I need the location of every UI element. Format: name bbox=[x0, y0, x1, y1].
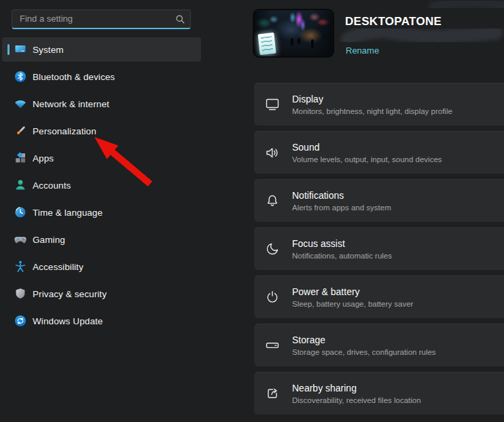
time-language-icon bbox=[14, 206, 27, 219]
sidebar-item-label: Gaming bbox=[33, 235, 65, 245]
rename-link[interactable]: Rename bbox=[346, 45, 379, 56]
sidebar-item-windows-update[interactable]: Windows Update bbox=[2, 309, 201, 333]
card-nearby-sharing[interactable]: Nearby sharing Discoverability, received… bbox=[254, 372, 504, 415]
apps-icon bbox=[14, 151, 27, 165]
card-focus-assist[interactable]: Focus assist Notifications, automatic ru… bbox=[254, 227, 504, 270]
focus-assist-icon bbox=[264, 241, 281, 257]
card-notifications[interactable]: Notifications Alerts from apps and syste… bbox=[254, 179, 504, 222]
sound-icon bbox=[264, 145, 281, 161]
privacy-security-icon bbox=[14, 287, 27, 301]
accessibility-icon bbox=[14, 260, 27, 273]
card-display[interactable]: Display Monitors, brightness, night ligh… bbox=[254, 83, 504, 126]
nearby-sharing-icon bbox=[264, 385, 281, 402]
card-title: Nearby sharing bbox=[292, 383, 421, 394]
sidebar-item-label: Network & internet bbox=[33, 99, 109, 109]
sidebar-item-label: Accounts bbox=[33, 180, 71, 191]
pedestrian-silhouette bbox=[298, 38, 300, 44]
card-title: Storage bbox=[292, 334, 436, 345]
sidebar-item-time-language[interactable]: Time & language bbox=[2, 200, 201, 225]
windows-update-icon bbox=[14, 314, 27, 328]
sidebar-item-apps[interactable]: Apps bbox=[2, 146, 201, 170]
card-title: Power & battery bbox=[292, 286, 413, 297]
card-subtitle: Alerts from apps and system bbox=[292, 204, 391, 212]
device-name: DESKTOPATONE bbox=[345, 15, 442, 28]
accounts-icon bbox=[14, 178, 27, 192]
network-icon bbox=[14, 97, 27, 111]
card-title: Sound bbox=[292, 142, 442, 153]
sidebar-item-accounts[interactable]: Accounts bbox=[2, 173, 201, 197]
white-menu-sign bbox=[257, 33, 276, 55]
card-subtitle: Storage space, drives, configuration rul… bbox=[292, 348, 436, 356]
gaming-icon bbox=[14, 233, 27, 246]
settings-card-list: Display Monitors, brightness, night ligh… bbox=[254, 83, 504, 420]
card-subtitle: Notifications, automatic rules bbox=[292, 252, 392, 260]
card-title: Focus assist bbox=[292, 238, 392, 249]
device-wallpaper-thumbnail bbox=[253, 9, 334, 58]
pedestrian-silhouette bbox=[311, 39, 314, 48]
sidebar-item-label: Personalization bbox=[33, 126, 96, 136]
sidebar-item-network-internet[interactable]: Network & internet bbox=[2, 92, 201, 116]
card-subtitle: Monitors, brightness, night light, displ… bbox=[292, 107, 452, 115]
power-icon bbox=[264, 289, 281, 305]
sidebar-item-label: Windows Update bbox=[33, 316, 103, 326]
sidebar-item-label: Privacy & security bbox=[33, 289, 107, 299]
sidebar-item-label: Apps bbox=[33, 153, 54, 164]
storage-icon bbox=[264, 337, 281, 353]
display-icon bbox=[264, 96, 281, 113]
sidebar-item-personalization[interactable]: Personalization bbox=[2, 119, 201, 143]
card-subtitle: Sleep, battery usage, battery saver bbox=[292, 300, 413, 308]
card-storage[interactable]: Storage Storage space, drives, configura… bbox=[254, 324, 504, 366]
personalization-icon bbox=[14, 124, 27, 138]
sidebar-item-label: Time & language bbox=[33, 208, 103, 218]
card-sound[interactable]: Sound Volume levels, output, input, soun… bbox=[254, 131, 504, 174]
card-title: Display bbox=[292, 94, 452, 104]
pedestrian-silhouette bbox=[291, 38, 293, 45]
sidebar-item-privacy-security[interactable]: Privacy & security bbox=[2, 282, 201, 306]
sidebar-item-label: Accessibility bbox=[33, 262, 84, 272]
card-subtitle: Discoverability, received files location bbox=[292, 396, 421, 404]
card-power-battery[interactable]: Power & battery Sleep, battery usage, ba… bbox=[254, 275, 504, 318]
notifications-icon bbox=[264, 193, 281, 209]
sidebar-item-gaming[interactable]: Gaming bbox=[2, 227, 201, 252]
card-title: Notifications bbox=[292, 190, 391, 201]
device-header: DESKTOPATONE Rename bbox=[0, 0, 504, 75]
card-subtitle: Volume levels, output, input, sound devi… bbox=[292, 155, 442, 164]
sidebar-nav: System Bluetooth & devices Network & int… bbox=[0, 37, 204, 336]
sidebar-item-accessibility[interactable]: Accessibility bbox=[2, 254, 201, 279]
